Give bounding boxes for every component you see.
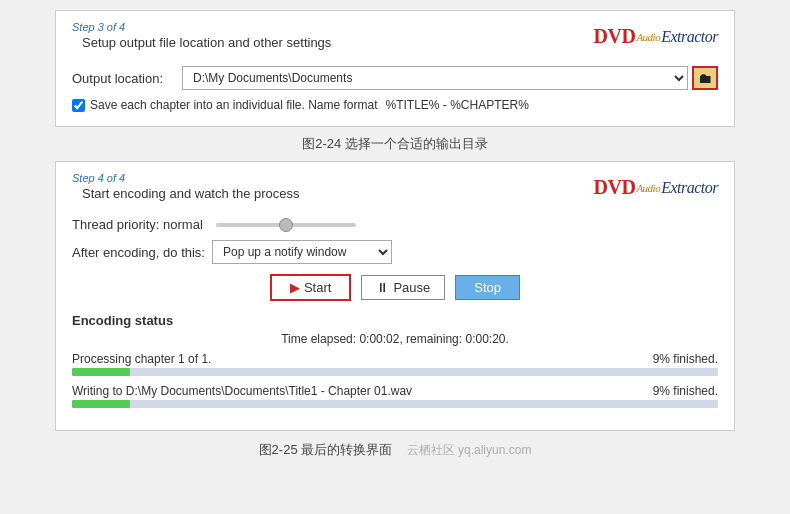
caption1: 图2-24 选择一个合适的输出目录 [302,135,488,153]
folder-icon: 🖿 [698,70,712,86]
pause-icon: ⏸ [376,280,389,295]
progress-bar2-fill [72,400,130,408]
step2-label: Step 4 of 4 [72,172,300,184]
thread-priority-label: Thread priority: normal [72,217,212,232]
progress-bar1-bg [72,368,718,376]
chapter-checkbox-row: Save each chapter into an individual fil… [72,98,718,112]
start-button[interactable]: ▶ Start [270,274,351,301]
watermark: 云栖社区 yq.aliyun.com [407,443,532,457]
browse-button[interactable]: 🖿 [692,66,718,90]
encoding-status-label: Encoding status [72,313,718,328]
thread-priority-row: Thread priority: normal [72,217,718,232]
progress1-text: Processing chapter 1 of 1. 9% finished. [72,352,718,366]
progress-row-1: Processing chapter 1 of 1. 9% finished. [72,352,718,376]
pause-button[interactable]: ⏸ Pause [361,275,445,300]
chapter-checkbox[interactable] [72,99,85,112]
thread-slider[interactable] [216,223,356,227]
caption2-text: 图2-25 最后的转换界面 [259,442,393,457]
chapter-checkbox-label: Save each chapter into an individual fil… [90,98,378,112]
progress-bar2-bg [72,400,718,408]
section2-card: Step 4 of 4 Start encoding and watch the… [55,161,735,431]
control-buttons-row: ▶ Start ⏸ Pause Stop [72,274,718,301]
logo2: DVD Audio Extractor [594,176,718,199]
progress2-right: 9% finished. [653,384,718,398]
play-icon: ▶ [290,280,300,295]
progress1-right: 9% finished. [653,352,718,366]
output-path-select[interactable]: D:\My Documents\Documents [182,66,688,90]
caption2: 图2-25 最后的转换界面 云栖社区 yq.aliyun.com [259,441,532,459]
output-label: Output location: [72,71,182,86]
progress2-text: Writing to D:\My Documents\Documents\Tit… [72,384,718,398]
section1-title: Setup output file location and other set… [82,35,331,50]
output-path-wrapper: D:\My Documents\Documents 🖿 [182,66,718,90]
section2-title: Start encoding and watch the process [82,186,300,201]
stop-button[interactable]: Stop [455,275,520,300]
progress2-left: Writing to D:\My Documents\Documents\Tit… [72,384,412,398]
after-encoding-row: After encoding, do this: Pop up a notify… [72,240,718,264]
step1-label: Step 3 of 4 [72,21,331,33]
section1-card: Step 3 of 4 Setup output file location a… [55,10,735,127]
after-encoding-select[interactable]: Pop up a notify window Do nothing Shutdo… [212,240,392,264]
progress-bar1-fill [72,368,130,376]
output-location-row: Output location: D:\My Documents\Documen… [72,66,718,90]
name-format-value: %TITLE% - %CHAPTER% [386,98,529,112]
after-encoding-label: After encoding, do this: [72,245,212,260]
time-elapsed: Time elapsed: 0:00:02, remaining: 0:00:2… [72,332,718,346]
progress1-left: Processing chapter 1 of 1. [72,352,211,366]
progress-row-2: Writing to D:\My Documents\Documents\Tit… [72,384,718,408]
slider-thumb[interactable] [279,218,293,232]
logo1: DVD Audio Extractor [594,25,718,48]
